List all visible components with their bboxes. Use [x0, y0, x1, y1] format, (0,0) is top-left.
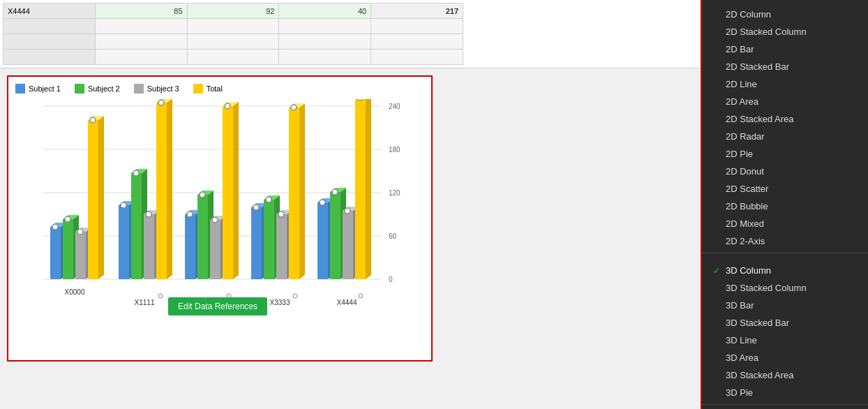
legend-label-subject3: Subject 3 — [147, 84, 179, 93]
check-icon — [713, 371, 721, 380]
chart-type-menu: 2D Column 2D Stacked Column 2D Bar 2D St… — [701, 0, 868, 409]
menu-item-2d-radar[interactable]: 2D Radar — [702, 128, 868, 145]
chart-section: Subject 1 Subject 2 Subject 3 Total — [0, 68, 701, 409]
svg-marker-85 — [330, 192, 341, 279]
menu-label: 2D Pie — [726, 149, 753, 159]
svg-point-38 — [146, 211, 151, 217]
menu-item-2d-stacked-area[interactable]: 2D Stacked Area — [702, 110, 868, 128]
edit-data-button[interactable]: Edit Data References — [168, 297, 267, 315]
menu-item-3d-pie[interactable]: 3D Pie — [702, 384, 868, 401]
chart-legend: Subject 1 Subject 2 Subject 3 Total — [15, 84, 424, 94]
table-row — [3, 19, 463, 34]
table-section: X4444 85 92 40 217 — [0, 0, 701, 68]
check-icon — [713, 114, 721, 124]
legend-label-subject2: Subject 2 — [88, 84, 120, 93]
check-icon — [713, 97, 721, 107]
svg-marker-58 — [233, 102, 239, 279]
cell-total: 217 — [371, 3, 463, 19]
menu-label: 3D Stacked Column — [726, 283, 807, 293]
svg-marker-27 — [119, 205, 129, 279]
svg-point-56 — [212, 217, 218, 223]
check-icon — [713, 10, 721, 20]
separator — [702, 253, 868, 253]
menu-item-3d-bar[interactable]: 3D Bar — [702, 297, 868, 314]
svg-point-34 — [133, 170, 139, 176]
menu-item-3d-stacked-bar[interactable]: 3D Stacked Bar — [702, 314, 868, 332]
menu-item-2d-column[interactable]: 2D Column — [702, 6, 868, 23]
svg-text:180: 180 — [389, 146, 401, 154]
svg-marker-94 — [366, 99, 371, 279]
svg-point-78 — [291, 105, 297, 110]
menu-item-2d-bubble[interactable]: 2D Bubble — [702, 198, 868, 215]
menu-label: 3D Line — [726, 335, 757, 345]
svg-point-60 — [225, 103, 230, 109]
legend-color-total — [193, 84, 203, 94]
table-row — [3, 50, 463, 65]
menu-item-2d-stacked-bar[interactable]: 2D Stacked Bar — [702, 58, 868, 75]
svg-marker-18 — [75, 232, 86, 279]
menu-item-3d-stacked-area[interactable]: 3D Stacked Area — [702, 366, 868, 384]
svg-point-80 — [293, 294, 297, 298]
svg-marker-67 — [264, 200, 274, 279]
check-icon — [713, 237, 721, 246]
svg-marker-40 — [167, 99, 172, 279]
svg-text:240: 240 — [389, 103, 401, 110]
svg-point-96 — [357, 99, 363, 101]
menu-item-3d-stacked-column[interactable]: 3D Stacked Column — [702, 279, 868, 297]
menu-item-2d-area[interactable]: 2D Area — [702, 93, 868, 110]
check-icon — [713, 27, 721, 37]
menu-item-2d-2axis[interactable]: 2D 2-Axis — [702, 232, 868, 250]
svg-marker-81 — [317, 202, 328, 279]
check-icon — [713, 202, 721, 211]
table-row — [3, 34, 463, 50]
legend-label-subject1: Subject 1 — [29, 84, 61, 93]
menu-item-3d-line[interactable]: 3D Line — [702, 332, 868, 349]
svg-text:X1111: X1111 — [135, 299, 155, 306]
svg-text:0: 0 — [389, 276, 393, 283]
menu-label: 2D Scatter — [726, 184, 768, 194]
menu-item-2d-pie[interactable]: 2D Pie — [702, 145, 868, 163]
menu-label: 3D Stacked Bar — [726, 318, 789, 328]
separator — [702, 404, 868, 405]
svg-point-13 — [52, 224, 58, 230]
menu-item-2d-mixed[interactable]: 2D Mixed — [702, 215, 868, 232]
main-content: X4444 85 92 40 217 — [0, 0, 701, 409]
svg-marker-53 — [210, 220, 220, 279]
menu-item-3d-column[interactable]: ✓ 3D Column — [702, 262, 868, 279]
menu-item-2d-stacked-column[interactable]: 2D Stacked Column — [702, 23, 868, 40]
svg-point-84 — [320, 200, 325, 205]
menu-item-2d-line[interactable]: 2D Line — [702, 75, 868, 93]
svg-marker-22 — [88, 120, 98, 279]
menu-item-3d-area[interactable]: 3D Area — [702, 349, 868, 366]
legend-color-subject3 — [134, 84, 144, 94]
svg-point-74 — [278, 211, 284, 217]
menu-item-2d-donut[interactable]: 2D Donut — [702, 163, 868, 180]
menu-label: 3D Bar — [726, 300, 754, 311]
menu-item-2d-bar[interactable]: 2D Bar — [702, 40, 868, 58]
check-icon — [713, 45, 721, 54]
svg-marker-63 — [251, 207, 262, 279]
svg-marker-57 — [223, 106, 233, 279]
menu-label: 2D Bubble — [726, 201, 768, 211]
cell-value: 92 — [187, 3, 279, 19]
svg-text:X4444: X4444 — [337, 299, 357, 306]
svg-marker-14 — [63, 219, 73, 279]
menu-label: 2D Stacked Area — [726, 114, 794, 124]
menu-label: 2D Line — [726, 79, 757, 89]
menu-label: 2D Radar — [726, 131, 765, 142]
menu-item-2d-scatter[interactable]: 2D Scatter — [702, 180, 868, 198]
svg-point-42 — [158, 100, 164, 105]
check-icon — [713, 283, 721, 293]
svg-point-21 — [77, 229, 83, 235]
svg-text:120: 120 — [389, 189, 401, 197]
svg-marker-23 — [98, 116, 104, 279]
svg-text:60: 60 — [389, 232, 397, 240]
svg-point-25 — [90, 117, 96, 123]
svg-text:X0000: X0000 — [65, 288, 85, 296]
check-icon — [713, 132, 721, 142]
legend-item-subject3: Subject 3 — [134, 84, 179, 94]
svg-marker-31 — [131, 173, 142, 279]
data-table: X4444 85 92 40 217 — [3, 3, 463, 65]
cell-value: 40 — [279, 3, 371, 19]
svg-marker-89 — [343, 211, 353, 279]
